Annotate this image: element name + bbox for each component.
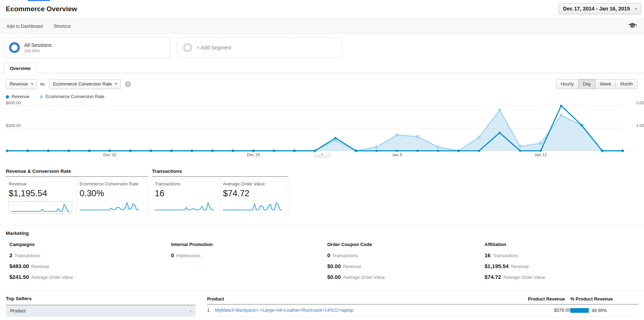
granularity-month-button[interactable]: Month	[616, 79, 638, 89]
metric-value: $74.72	[223, 188, 284, 198]
marketing-column-title: Campaigns	[9, 242, 167, 247]
metric-value: 0.30%	[80, 188, 144, 198]
metric-label: Ecommerce Conversion Rate	[80, 181, 144, 187]
top-sellers-section: Top Sellers Product › Product Category (…	[0, 291, 644, 320]
add-segment-label: + Add Segment	[197, 45, 231, 51]
all-sessions-segment[interactable]: All Sessions 100.00%	[4, 37, 170, 58]
marketing-column-title: Affiliation	[485, 242, 638, 247]
timeseries-chart[interactable]: $600.00 $300.00 3.00 1.50 Dec 22Dec 29Ja…	[0, 102, 644, 163]
sparkline	[223, 201, 282, 211]
chart-controls: Revenue vs. Ecommerce Conversion Rate ✕ …	[0, 73, 644, 92]
vs-label: vs.	[40, 82, 46, 87]
secondary-metric-dropdown[interactable]: Ecommerce Conversion Rate	[49, 79, 121, 89]
col-header-product-revenue[interactable]: Product Revenue	[528, 296, 570, 304]
marketing-title: Marketing	[6, 231, 638, 236]
page-title: Ecommerce Overview	[6, 5, 77, 13]
top-sellers-title: Top Sellers	[6, 296, 196, 301]
metric-label: Transactions	[155, 181, 216, 187]
top-blue-bar	[28, 0, 50, 1]
primary-metric-label: Revenue	[10, 82, 28, 87]
dimension-item-product-category[interactable]: Product Category (Enhanced Ecommerce)	[6, 317, 196, 320]
metric-label: Revenue	[9, 181, 73, 187]
segment-label: All Sessions	[24, 42, 52, 48]
legend-label: Revenue	[12, 94, 30, 99]
score-group-revenue: Revenue & Conversion Rate Revenue $1,195…	[6, 168, 148, 216]
granularity-hourly-button[interactable]: Hourly	[556, 79, 578, 89]
row-rank: 1.	[207, 308, 215, 313]
metric-label: Average Order Value	[223, 181, 284, 187]
dimension-list: Product › Product Category (Enhanced Eco…	[6, 305, 196, 320]
table-row: 1.MyMate3+Backpack+-+Large+All+Leather+R…	[207, 304, 638, 317]
marketing-column-affiliation: Affiliation 16Transactions $1,195.54Reve…	[481, 242, 638, 285]
chart-canvas[interactable]	[0, 102, 644, 158]
top-sellers-table: Product Product Revenue % Product Revenu…	[207, 296, 638, 320]
tab-strip: Overview	[0, 62, 644, 73]
marketing-column-title: Internal Promotion	[171, 242, 324, 247]
y-axis-right-label: 1.50	[636, 123, 644, 128]
col-header-product[interactable]: Product	[207, 296, 528, 304]
col-header-percent-product-revenue[interactable]: % Product Revenue	[570, 296, 638, 304]
granularity-week-button[interactable]: Week	[596, 79, 616, 89]
header-bar: Ecommerce Overview Dec 17, 2014 - Jan 16…	[0, 0, 644, 19]
x-axis-label: Jan 12	[534, 153, 547, 157]
x-axis-label: Dec 29	[247, 153, 260, 157]
x-axis-label: Dec 22	[103, 153, 116, 157]
date-range-picker[interactable]: Dec 17, 2014 - Jan 16, 2015	[558, 3, 641, 14]
segment-donut-icon	[9, 42, 20, 53]
add-to-dashboard-button[interactable]: Add to Dashboard	[6, 24, 43, 29]
metric-card-revenue[interactable]: Revenue $1,195.54	[6, 177, 77, 216]
percent-revenue-label: 48.90%	[592, 308, 607, 313]
y-axis-left-label: $600.00	[6, 101, 21, 105]
metric-value: $1,195.54	[9, 188, 73, 198]
marketing-column-order-coupon-code: Order Coupon Code 0Transactions $0.00Rev…	[324, 242, 481, 285]
marketing-column-campaigns: Campaigns 2Transactions $483.00Revenue $…	[6, 242, 167, 285]
percent-revenue-bar	[570, 308, 589, 313]
score-group-transactions: Transactions Transactions 16 Average Ord…	[152, 168, 288, 216]
product-revenue-cell: $275.00	[528, 316, 570, 320]
report-toolbar: Add to Dashboard Shortcut	[0, 19, 644, 34]
collapse-graph-handle[interactable]: ▾	[314, 152, 330, 157]
marketing-column-title: Order Coupon Code	[327, 242, 481, 247]
legend-item-conversion-rate[interactable]: Ecommerce Conversion Rate	[40, 94, 104, 99]
granularity-button-group: Hourly Day Week Month	[556, 79, 638, 89]
stat-row: $0.00Average Order Value	[327, 274, 481, 280]
stat-row: $241.50Average Order Value	[9, 274, 167, 280]
stat-row: $1,195.54Revenue	[485, 263, 638, 269]
add-segment-button[interactable]: + Add Segment	[177, 37, 342, 58]
metric-card-average-order-value[interactable]: Average Order Value $74.72	[220, 177, 288, 216]
product-revenue-cell: $378.00	[528, 304, 570, 317]
stat-row: 2Transactions	[9, 252, 167, 258]
dimension-item-product[interactable]: Product ›	[6, 305, 196, 317]
chevron-down-icon	[635, 8, 638, 11]
granularity-day-button[interactable]: Day	[578, 79, 595, 89]
metric-card-transactions[interactable]: Transactions 16	[152, 177, 220, 216]
stat-row: $74.72Average Order Value	[485, 274, 638, 280]
scorecard-section: Revenue & Conversion Rate Revenue $1,195…	[0, 163, 644, 216]
score-group-title: Transactions	[152, 168, 288, 177]
primary-metric-dropdown[interactable]: Revenue	[6, 79, 37, 89]
legend-label: Ecommerce Conversion Rate	[45, 94, 104, 99]
revenue-series-dot-icon	[6, 95, 9, 98]
conversion-series-dot-icon	[40, 95, 43, 98]
sparkline	[11, 203, 70, 212]
sparkline	[155, 201, 214, 211]
stat-row: 0Impressions	[171, 252, 324, 258]
shortcut-button[interactable]: Shortcut	[54, 24, 71, 29]
date-range-label: Dec 17, 2014 - Jan 16, 2015	[563, 6, 630, 12]
metric-card-conversion-rate[interactable]: Ecommerce Conversion Rate 0.30%	[77, 177, 148, 216]
remove-metric-button[interactable]: ✕	[125, 81, 131, 87]
stat-row: $0.00Revenue	[327, 263, 481, 269]
y-axis-left-label: $300.00	[6, 123, 21, 128]
product-link[interactable]: MyMate3+Backpack+-+Large+All+Leather+Ruc…	[215, 308, 354, 313]
segment-bar: All Sessions 100.00% + Add Segment	[0, 34, 644, 62]
education-graduation-cap-icon[interactable]	[628, 23, 637, 30]
marketing-column-internal-promotion: Internal Promotion 0Impressions	[167, 242, 324, 285]
table-row: 2.Extra+Large+Leather+Hiking+Backpack%2C…	[207, 316, 638, 320]
legend-item-revenue[interactable]: Revenue	[6, 94, 30, 99]
stat-row: 16Transactions	[485, 252, 638, 258]
score-group-title: Revenue & Conversion Rate	[6, 168, 148, 177]
stat-row: $483.00Revenue	[9, 263, 167, 269]
tab-overview[interactable]: Overview	[4, 63, 37, 74]
stat-row: 0Transactions	[327, 252, 481, 258]
add-segment-donut-icon	[183, 43, 192, 52]
